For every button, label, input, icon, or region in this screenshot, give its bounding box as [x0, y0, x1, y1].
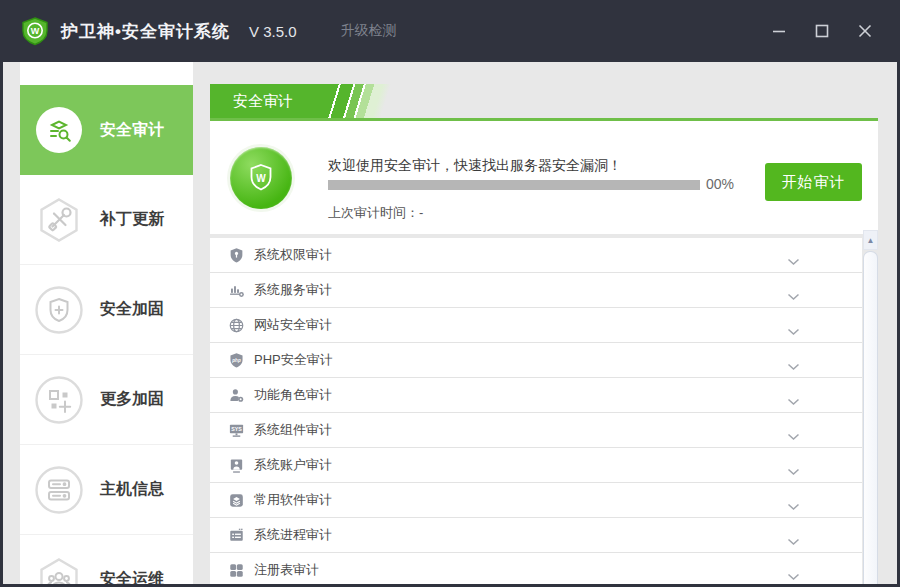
server-icon [34, 465, 84, 515]
globe-icon [228, 317, 245, 334]
chevron-down-icon[interactable] [787, 497, 800, 505]
audit-row[interactable]: 系统服务审计 [210, 273, 862, 308]
shield-w-logo-icon: W [20, 16, 50, 46]
patch-tools-icon [34, 195, 84, 245]
audit-row-label: 系统账户审计 [254, 456, 332, 474]
shield-key-icon [228, 247, 245, 264]
audit-row[interactable]: 功能角色审计 [210, 378, 862, 413]
audit-row[interactable]: SYS 系统组件审计 [210, 413, 862, 448]
layers-icon [228, 492, 245, 509]
minimize-icon [772, 24, 786, 38]
audit-row[interactable]: 常用软件审计 [210, 483, 862, 518]
sidebar-item[interactable]: 安全加固 [20, 265, 193, 355]
audit-row[interactable]: 系统进程审计 [210, 518, 862, 553]
app-version: V 3.5.0 [249, 23, 297, 40]
audit-row-label: 系统组件审计 [254, 421, 332, 439]
sidebar-item[interactable]: 主机信息 [20, 445, 193, 535]
minimize-button[interactable] [757, 11, 800, 51]
sidebar-item[interactable]: 补丁更新 [20, 175, 193, 265]
svg-text:php: php [231, 358, 241, 363]
close-icon [858, 24, 872, 38]
chevron-down-icon[interactable] [787, 252, 800, 260]
user-card-icon [228, 457, 245, 474]
audit-search-icon [34, 105, 84, 155]
svg-text:W: W [256, 173, 266, 184]
chevron-down-icon[interactable] [787, 322, 800, 330]
svg-text:W: W [31, 26, 40, 36]
upgrade-check-link[interactable]: 升级检测 [341, 22, 397, 40]
maximize-button[interactable] [800, 11, 843, 51]
welcome-card: W 欢迎使用安全审计，快速找出服务器安全漏洞！ 00% 上次审计时间：- 开始审… [210, 121, 878, 234]
shield-plus-icon [34, 285, 84, 335]
welcome-message: 欢迎使用安全审计，快速找出服务器安全漏洞！ [328, 157, 622, 175]
main-panel: 安全审计 W 欢迎使用安全审计，快速找出服务器安全漏洞！ 00% 上次审计时间：… [210, 62, 895, 584]
audit-row[interactable]: 系统账户审计 [210, 448, 862, 483]
sidebar-item-label: 更多加固 [100, 389, 164, 410]
team-icon [34, 555, 84, 585]
sidebar-item[interactable]: 安全审计 [20, 85, 193, 175]
last-audit-time: 上次审计时间：- [328, 204, 423, 222]
chevron-down-icon[interactable] [787, 357, 800, 365]
chevron-down-icon[interactable] [787, 427, 800, 435]
close-button[interactable] [843, 11, 886, 51]
audit-row-label: 功能角色审计 [254, 386, 332, 404]
app-title: 护卫神•安全审计系统 [61, 20, 230, 43]
chevron-down-icon[interactable] [787, 532, 800, 540]
sidebar: 安全审计 补丁更新 安全加固 更多加固 主机信息 [20, 62, 193, 584]
chevron-down-icon[interactable] [787, 392, 800, 400]
vertical-scrollbar[interactable]: ▲ [863, 230, 878, 584]
audit-row-label: 系统权限审计 [254, 246, 332, 264]
audit-row[interactable]: php PHP安全审计 [210, 343, 862, 378]
sidebar-item-label: 安全审计 [100, 120, 164, 141]
process-list-icon [228, 527, 245, 544]
titlebar: W 护卫神•安全审计系统 V 3.5.0 升级检测 [0, 0, 900, 62]
chevron-down-icon[interactable] [787, 287, 800, 295]
sidebar-item[interactable]: 安全运维 [20, 535, 193, 584]
tab-security-audit: 安全审计 [210, 84, 322, 118]
audit-progress-bar [328, 180, 700, 190]
audit-category-list: 系统权限审计 系统服务审计 网站安全审计 [210, 238, 862, 584]
sidebar-item-label: 主机信息 [100, 479, 164, 500]
audit-row-label: PHP安全审计 [254, 351, 333, 369]
section-tab-ribbon: 安全审计 [210, 84, 878, 118]
audit-row[interactable]: 网站安全审计 [210, 308, 862, 343]
sidebar-item-label: 安全运维 [100, 569, 164, 584]
chevron-down-icon[interactable] [787, 567, 800, 575]
php-shield-icon: php [228, 352, 245, 369]
audit-row-label: 系统服务审计 [254, 281, 332, 299]
user-gear-icon [228, 387, 245, 404]
sidebar-item-label: 补丁更新 [100, 209, 164, 230]
audit-row[interactable]: 系统权限审计 [210, 238, 862, 273]
audit-row-label: 常用软件审计 [254, 491, 332, 509]
maximize-icon [815, 24, 829, 38]
sidebar-item-label: 安全加固 [100, 299, 164, 320]
ribbon-stripes-decoration [322, 84, 410, 118]
audit-row-label: 注册表审计 [254, 561, 319, 579]
registry-grid-icon [228, 562, 245, 579]
shield-w-badge-icon: W [230, 147, 292, 209]
grid-plus-icon [34, 375, 84, 425]
progress-percent: 00% [706, 176, 734, 192]
audit-row[interactable]: 注册表审计 [210, 553, 862, 584]
window-controls [757, 11, 886, 51]
chevron-down-icon[interactable] [787, 462, 800, 470]
scrollbar-thumb[interactable] [863, 251, 878, 584]
start-audit-button[interactable]: 开始审计 [765, 163, 862, 201]
audit-row-label: 网站安全审计 [254, 316, 332, 334]
sidebar-item[interactable]: 更多加固 [20, 355, 193, 445]
audit-row-label: 系统进程审计 [254, 526, 332, 544]
scroll-up-arrow-icon[interactable]: ▲ [863, 230, 878, 250]
svg-text:SYS: SYS [231, 426, 242, 432]
sys-monitor-icon: SYS [228, 422, 245, 439]
chart-gear-icon [228, 282, 245, 299]
app-area: 安全审计 补丁更新 安全加固 更多加固 主机信息 [3, 62, 897, 584]
